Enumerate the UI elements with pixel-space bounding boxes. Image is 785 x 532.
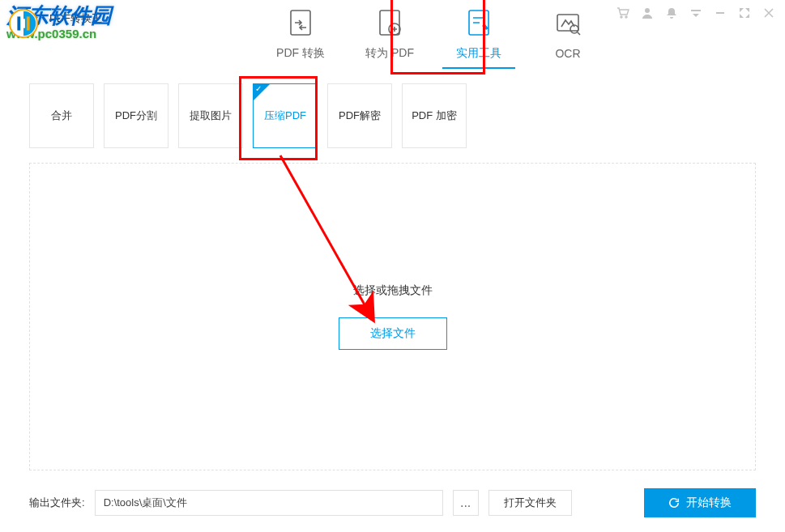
svg-rect-13: [691, 10, 701, 11]
drop-hint: 选择或拖拽文件: [353, 283, 433, 298]
tool-merge[interactable]: 合并: [29, 83, 94, 148]
output-path-input[interactable]: D:\tools\桌面\文件: [95, 490, 443, 516]
tab-label: 转为 PDF: [365, 46, 414, 61]
user-icon[interactable]: [641, 6, 654, 19]
tab-label: 实用工具: [456, 46, 501, 61]
svg-point-10: [621, 16, 622, 18]
tool-decrypt[interactable]: PDF解密: [327, 83, 392, 148]
select-file-button[interactable]: 选择文件: [339, 317, 447, 350]
tool-label: PDF 加密: [412, 109, 457, 123]
svg-rect-3: [22, 19, 25, 28]
output-path-text: D:\tools\桌面\文件: [104, 496, 187, 510]
footer: 输出文件夹: D:\tools\桌面\文件 ... 打开文件夹 开始转换: [29, 488, 756, 517]
titlebar-controls: [616, 6, 775, 19]
convert-icon: [286, 8, 315, 40]
tab-pdf-convert[interactable]: PDF 转换: [256, 0, 345, 69]
to-pdf-icon: [375, 8, 404, 40]
tab-ocr[interactable]: OCR: [523, 0, 612, 69]
start-label: 开始转换: [686, 496, 732, 510]
cart-icon[interactable]: [616, 6, 629, 19]
tool-label: PDF解密: [339, 109, 381, 123]
minimize-icon[interactable]: [714, 6, 727, 19]
svg-point-12: [645, 8, 650, 13]
svg-point-11: [625, 16, 627, 18]
tool-split[interactable]: PDF分割: [104, 83, 169, 148]
tool-label: 提取图片: [190, 109, 232, 123]
tool-label: 合并: [51, 109, 72, 123]
start-convert-button[interactable]: 开始转换: [644, 488, 756, 517]
refresh-icon: [668, 497, 680, 509]
tool-compress[interactable]: 压缩PDF: [253, 83, 318, 148]
close-icon[interactable]: [762, 6, 775, 19]
header: PDF转换王 PDF 转换 转为 PDF: [0, 0, 785, 69]
tab-label: PDF 转换: [276, 46, 325, 61]
svg-rect-1: [17, 16, 20, 30]
bell-icon[interactable]: [665, 6, 678, 19]
tool-encrypt[interactable]: PDF 加密: [402, 83, 467, 148]
output-folder-label: 输出文件夹:: [29, 496, 85, 510]
nav-tabs: PDF 转换 转为 PDF 实用工具: [256, 0, 612, 69]
app-logo-icon: [8, 8, 39, 39]
open-folder-button[interactable]: 打开文件夹: [488, 490, 572, 516]
app-title: PDF转换王: [49, 11, 102, 26]
browse-button[interactable]: ...: [453, 490, 479, 516]
tab-label: OCR: [555, 47, 580, 60]
drop-area[interactable]: 选择或拖拽文件 选择文件: [29, 163, 756, 470]
tool-label: PDF分割: [115, 109, 157, 123]
svg-rect-2: [27, 16, 30, 30]
tool-label: 压缩PDF: [264, 109, 306, 123]
tool-cards-row: 合并 PDF分割 提取图片 压缩PDF PDF解密 PDF 加密: [0, 83, 785, 148]
menu-icon[interactable]: [689, 6, 702, 19]
maximize-icon[interactable]: [738, 6, 751, 19]
tab-utilities[interactable]: 实用工具: [434, 0, 523, 69]
tab-to-pdf[interactable]: 转为 PDF: [345, 0, 434, 69]
ocr-icon: [553, 9, 582, 40]
tools-icon: [464, 8, 493, 40]
tool-extract-images[interactable]: 提取图片: [178, 83, 243, 148]
